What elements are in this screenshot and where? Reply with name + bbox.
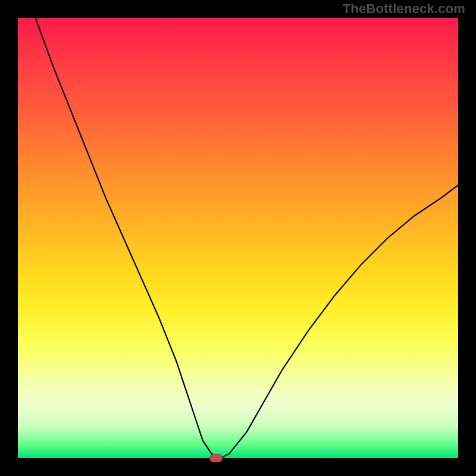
chart-frame: TheBottleneck.com [0,0,476,476]
optimal-point-marker [209,454,223,462]
chart-svg [18,18,458,458]
plot-area [18,18,458,458]
bottleneck-curve [36,18,458,458]
watermark-text: TheBottleneck.com [343,1,465,17]
